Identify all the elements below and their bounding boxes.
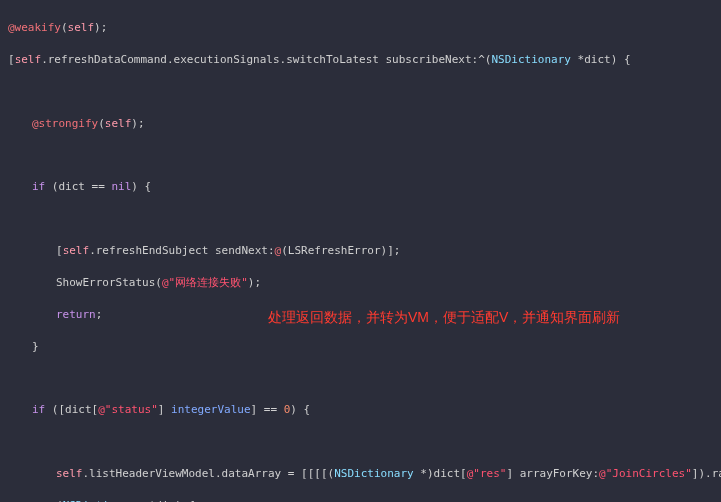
code-line: @strongify(self);	[8, 116, 721, 132]
code-line: @weakify(self);	[8, 20, 721, 36]
code-line: [self.refreshDataCommand.executionSignal…	[8, 52, 721, 68]
code-line	[8, 434, 721, 450]
code-line	[8, 84, 721, 100]
code-line	[8, 211, 721, 227]
code-line: (NSDictionary *dic) {	[8, 498, 721, 502]
code-line: self.listHeaderViewModel.dataArray = [[[…	[8, 466, 721, 482]
code-line: ShowErrorStatus(@"网络连接失败");	[8, 275, 721, 291]
code-line	[8, 371, 721, 387]
code-line	[8, 147, 721, 163]
code-line: }	[8, 339, 721, 355]
code-line: return;处理返回数据，并转为VM，便于适配V，并通知界面刷新	[8, 307, 721, 323]
annotation-comment: 处理返回数据，并转为VM，便于适配V，并通知界面刷新	[268, 307, 620, 327]
code-line: [self.refreshEndSubject sendNext:@(LSRef…	[8, 243, 721, 259]
code-line: if ([dict[@"status"] integerValue] == 0)…	[8, 402, 721, 418]
code-editor: @weakify(self); [self.refreshDataCommand…	[0, 0, 721, 502]
code-line: if (dict == nil) {	[8, 179, 721, 195]
